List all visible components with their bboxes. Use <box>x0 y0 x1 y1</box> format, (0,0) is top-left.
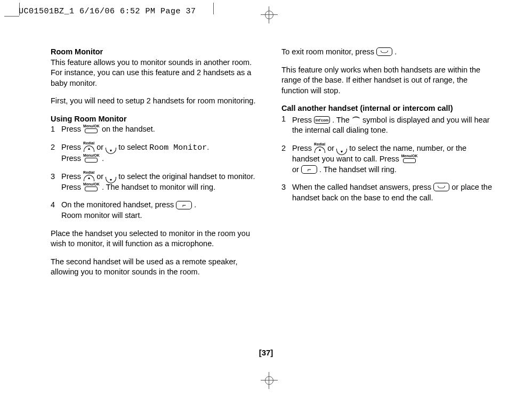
speaker-note: The second handset will be used as a rem… <box>51 257 261 278</box>
text: Room monitor will start. <box>61 211 142 220</box>
range-note: This feature only works when both handse… <box>281 65 495 96</box>
text: Press <box>61 143 81 151</box>
text: . The <box>332 116 350 124</box>
talk-key-icon: ⌐ <box>176 201 192 209</box>
text: to select <box>118 143 147 151</box>
down-icon <box>336 144 347 155</box>
right-step-2: 2 Press Redial or to select the name, nu… <box>281 143 495 175</box>
text: Press <box>61 172 81 181</box>
menu-ok-icon: Menu/OK <box>401 154 418 163</box>
section-title-call-another: Call another handset (internal or interc… <box>281 103 495 114</box>
text: Press <box>292 144 312 152</box>
intro-text: This feature allows you to monitor sound… <box>51 58 252 87</box>
step-number: 2 <box>51 142 57 164</box>
end-key-icon <box>376 47 392 56</box>
text: Press <box>61 125 81 133</box>
step-number: 1 <box>281 114 288 136</box>
step-number: 2 <box>281 143 288 175</box>
intercom-key-icon: Int'com <box>314 116 330 124</box>
left-step-4: 4 On the monitored handset, press ⌐ . Ro… <box>51 200 261 221</box>
text: To exit room monitor, press <box>281 47 374 56</box>
print-header: UC01501BZ_1 6/16/06 6:52 PM Page 37 <box>19 6 196 17</box>
right-step-3: 3 When the called handset answers, press… <box>281 182 495 203</box>
right-column: To exit room monitor, press . This featu… <box>281 47 495 285</box>
text: . The handset will ring. <box>319 165 397 174</box>
down-icon <box>106 143 116 154</box>
right-step-1: 1 Press Int'com . The ⌒ symbol is displa… <box>281 114 495 136</box>
end-key-icon <box>433 183 449 191</box>
text: or <box>96 143 103 151</box>
text: . <box>194 200 196 209</box>
menu-ok-icon: Menu/OK <box>83 153 100 163</box>
text: . <box>102 154 104 163</box>
section-title-room-monitor: Room Monitor <box>51 47 103 56</box>
down-icon <box>106 173 116 183</box>
left-column: Room Monitor This feature allows you to … <box>51 47 261 285</box>
registration-mark-top <box>261 6 278 23</box>
redial-up-icon: Redial <box>83 141 94 152</box>
text: or <box>292 165 299 174</box>
left-step-2: 2 Press Redial or to select Room Monitor… <box>51 142 261 164</box>
left-step-3: 3 Press Redial or to select the original… <box>51 172 261 193</box>
text: When the called handset answers, press <box>292 183 431 191</box>
setup-note: First, you will need to setup 2 handsets… <box>51 96 261 107</box>
text: . <box>207 143 209 151</box>
page-number: [37] <box>0 347 532 358</box>
handset-symbol-icon: ⌒ <box>352 115 360 127</box>
redial-up-icon: Redial <box>314 142 325 153</box>
step-number: 3 <box>51 172 57 193</box>
text: or <box>96 172 103 181</box>
text: . <box>394 47 397 56</box>
registration-mark-bottom <box>261 372 278 389</box>
step-number: 3 <box>281 182 288 203</box>
text: or <box>327 144 334 152</box>
text: on the handset. <box>102 125 155 133</box>
menu-ok-icon: Menu/OK <box>83 182 100 191</box>
text: Press <box>292 116 312 124</box>
step-number: 4 <box>51 200 57 221</box>
redial-up-icon: Redial <box>83 171 94 181</box>
menu-label-room-monitor: Room Monitor <box>149 143 207 152</box>
left-step-1: 1 Press Menu/OK on the handset. <box>51 124 261 135</box>
place-note: Place the handset you selected to monito… <box>51 229 261 249</box>
section-title-using: Using Room Monitor <box>51 114 261 125</box>
talk-key-icon: ⌐ <box>301 165 317 174</box>
text: On the monitored handset, press <box>61 200 174 209</box>
text: to select the original handset to monito… <box>118 172 255 181</box>
step-number: 1 <box>51 124 57 135</box>
text: . The handset to monitor will ring. <box>102 183 215 191</box>
text: Press <box>61 183 81 191</box>
text: Press <box>61 154 81 163</box>
menu-ok-icon: Menu/OK <box>83 124 100 133</box>
page-content: Room Monitor This feature allows you to … <box>51 47 500 285</box>
